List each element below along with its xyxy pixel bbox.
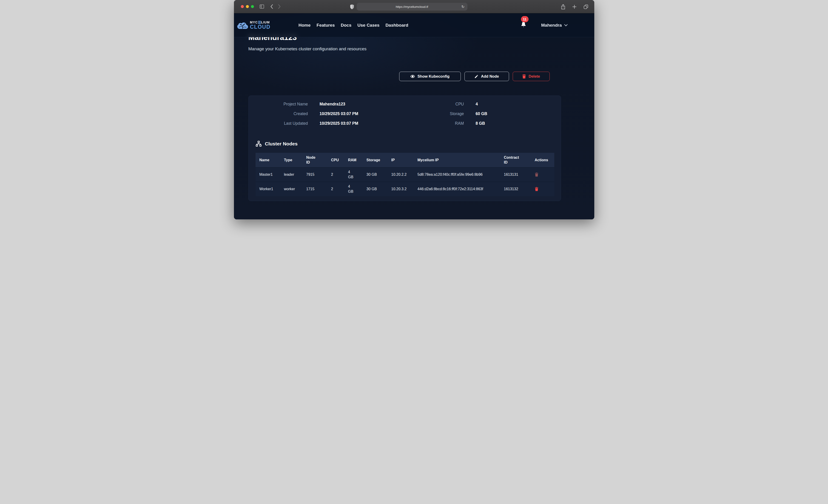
- col-ip: IP: [387, 153, 414, 167]
- cluster-details-card: Project Name Mahendra123 Created 10/29/2…: [248, 95, 561, 201]
- browser-window: https://myceliumcloud.tf ↻: [234, 0, 594, 219]
- chevron-down-icon: [564, 24, 568, 27]
- cluster-nodes-title: Cluster Nodes: [265, 141, 298, 146]
- col-mycelium-ip: Mycelium IP: [414, 153, 500, 167]
- cluster-actions-row: Show Kubeconfig Add Node: [248, 72, 561, 81]
- user-menu[interactable]: Mahendra: [541, 23, 568, 28]
- forward-icon[interactable]: [278, 4, 281, 9]
- add-node-label: Add Node: [481, 74, 499, 79]
- table-row: Worker1 worker 1715 2 4 GB 30 GB 10.20.3…: [255, 182, 554, 196]
- user-name: Mahendra: [541, 23, 562, 28]
- add-node-button[interactable]: Add Node: [464, 72, 509, 81]
- cell-storage: 30 GB: [363, 182, 387, 196]
- nav-link-dashboard[interactable]: Dashboard: [385, 23, 408, 28]
- url-text: https://myceliumcloud.tf: [396, 5, 428, 8]
- cell-ip: 10.20.3.2: [387, 182, 414, 196]
- tab-overview-icon[interactable]: [583, 4, 588, 9]
- notification-count-badge: 11: [521, 16, 529, 22]
- zoom-window-button[interactable]: [251, 5, 254, 8]
- sidebar-toggle-icon[interactable]: [259, 4, 264, 9]
- info-label: Created: [249, 112, 308, 116]
- project-name-value: Mahendra123: [320, 102, 345, 107]
- cluster-nodes-table: Name Type Node ID CPU RAM Storage IP Myc…: [255, 153, 554, 196]
- cell-contract-id: 1613132: [500, 182, 531, 196]
- project-info: Project Name Mahendra123 Created 10/29/2…: [249, 102, 561, 126]
- cell-node-id: 1715: [302, 182, 327, 196]
- col-cpu: CPU: [327, 153, 344, 167]
- cell-ram: 4 GB: [344, 167, 363, 182]
- info-label: CPU: [405, 102, 464, 107]
- share-icon[interactable]: [561, 4, 565, 9]
- browser-chrome: https://myceliumcloud.tf ↻: [234, 0, 594, 13]
- cell-type: leader: [280, 167, 302, 182]
- col-storage: Storage: [363, 153, 387, 167]
- info-label: Storage: [405, 112, 464, 116]
- notifications-button[interactable]: 11: [521, 22, 527, 29]
- cpu-value: 4: [476, 102, 478, 107]
- delete-node-button[interactable]: [535, 172, 538, 177]
- cell-actions: [531, 182, 554, 196]
- cell-name: Worker1: [255, 182, 280, 196]
- nav-link-use-cases[interactable]: Use Cases: [357, 23, 379, 28]
- delete-label: Delete: [529, 74, 540, 79]
- minimize-window-button[interactable]: [246, 5, 249, 8]
- col-node-id: Node ID: [302, 153, 327, 167]
- nav-link-home[interactable]: Home: [298, 23, 311, 28]
- cell-actions: [531, 167, 554, 182]
- trash-icon: [522, 74, 526, 79]
- table-row: Master1 leader 7915 2 4 GB 30 GB 10.20.2…: [255, 167, 554, 182]
- page-subtitle: Manage your Kubernetes cluster configura…: [248, 46, 561, 52]
- site-navbar: MYCLIUM CLOUD Home Features Docs Use Cas…: [234, 13, 594, 37]
- mycelium-cloud-logo[interactable]: MYCLIUM CLOUD: [237, 21, 271, 30]
- table-header-row: Name Type Node ID CPU RAM Storage IP Myc…: [255, 153, 554, 167]
- address-bar[interactable]: https://myceliumcloud.tf ↻: [357, 3, 467, 10]
- col-contract-id: Contract ID: [500, 153, 531, 167]
- col-name: Name: [255, 153, 280, 167]
- main-nav: Home Features Docs Use Cases Dashboard: [298, 23, 408, 28]
- cell-name: Master1: [255, 167, 280, 182]
- col-ram: RAM: [344, 153, 363, 167]
- network-icon: [255, 140, 262, 147]
- show-kubeconfig-button[interactable]: Show Kubeconfig: [399, 72, 461, 81]
- last-updated-value: 10/29/2025 03:07 PM: [320, 121, 358, 126]
- delete-cluster-button[interactable]: Delete: [513, 72, 550, 81]
- delete-node-button[interactable]: [535, 187, 538, 191]
- col-type: Type: [280, 153, 302, 167]
- pencil-icon: [474, 75, 479, 79]
- cluster-nodes-heading: Cluster Nodes: [255, 140, 554, 147]
- storage-value: 60 GB: [476, 112, 487, 116]
- cloud-logo-icon: [237, 21, 248, 30]
- new-tab-icon[interactable]: [572, 5, 577, 9]
- info-label: RAM: [405, 121, 464, 126]
- back-icon[interactable]: [270, 4, 273, 9]
- logo-wordmark: MYCLIUM CLOUD: [250, 21, 271, 30]
- cell-type: worker: [280, 182, 302, 196]
- cell-storage: 30 GB: [363, 167, 387, 182]
- privacy-shield-icon[interactable]: [350, 4, 354, 9]
- info-label: Last Updated: [249, 121, 308, 126]
- cell-contract-id: 1613131: [500, 167, 531, 182]
- col-actions: Actions: [531, 153, 554, 167]
- cell-cpu: 2: [327, 167, 344, 182]
- cell-mycelium-ip: 5d8:78ea:a120:f40c:ff0f:a5fe:99e6:8b96: [414, 167, 500, 182]
- cell-mycelium-ip: 446:d2a6:8bcd:8c16:ff0f:72e2:3114:863f: [414, 182, 500, 196]
- page-viewport: Mahendra123 Manage your Kubernetes clust…: [234, 13, 594, 219]
- traffic-lights: [241, 5, 254, 8]
- close-window-button[interactable]: [241, 5, 244, 8]
- reload-icon[interactable]: ↻: [460, 4, 466, 10]
- eye-icon: [410, 74, 415, 79]
- created-value: 10/29/2025 03:07 PM: [320, 112, 358, 116]
- bell-icon: [521, 22, 527, 28]
- info-label: Project Name: [249, 102, 308, 107]
- cell-ram: 4 GB: [344, 182, 363, 196]
- cell-ip: 10.20.2.2: [387, 167, 414, 182]
- show-kubeconfig-label: Show Kubeconfig: [418, 74, 450, 79]
- cell-cpu: 2: [327, 182, 344, 196]
- cell-node-id: 7915: [302, 167, 327, 182]
- nav-link-docs[interactable]: Docs: [341, 23, 351, 28]
- nav-link-features[interactable]: Features: [317, 23, 335, 28]
- logo-e-bars: [258, 21, 261, 24]
- ram-value: 8 GB: [476, 121, 485, 126]
